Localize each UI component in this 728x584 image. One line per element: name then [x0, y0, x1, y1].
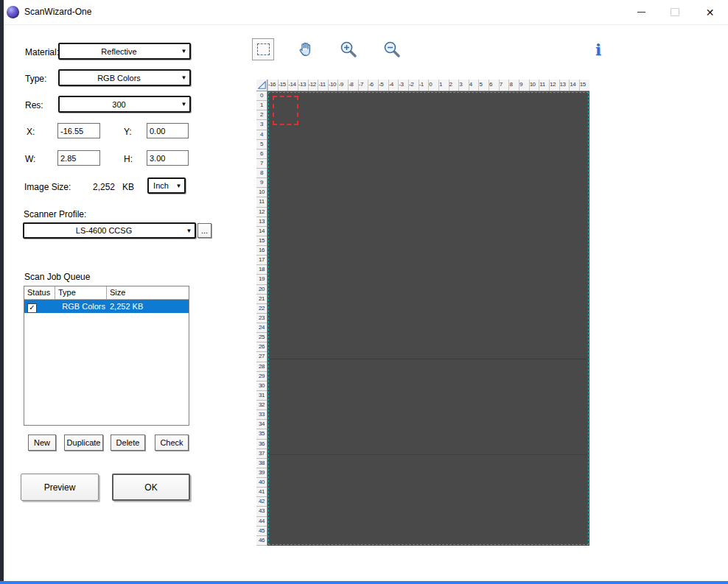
x-field[interactable] — [57, 123, 100, 138]
ok-button[interactable]: OK — [112, 474, 190, 501]
h-ruler-mark: -6 — [368, 80, 378, 91]
scanwizard-window: { "window": { "title": "ScanWizard-One" … — [0, 0, 728, 584]
h-ruler-mark: 10 — [529, 80, 539, 91]
chevron-down-icon: ▼ — [173, 183, 184, 189]
close-button[interactable]: ✕ — [692, 0, 728, 24]
v-ruler-mark: 19 — [256, 275, 267, 284]
preview-button[interactable]: Preview — [21, 474, 99, 501]
v-ruler-mark: 41 — [256, 488, 267, 497]
v-ruler-mark: 0 — [256, 91, 267, 101]
duplicate-button[interactable]: Duplicate — [64, 435, 103, 451]
image-size-label: Image Size: — [24, 182, 71, 192]
h-ruler-mark: 14 — [569, 80, 579, 91]
scanner-profile-dropdown[interactable]: LS-4600 CCSG ▼ — [23, 222, 196, 239]
v-ruler-mark: 25 — [256, 333, 267, 342]
new-button[interactable]: New — [28, 435, 56, 451]
column-header-type[interactable]: Type — [55, 286, 107, 299]
v-ruler-mark: 16 — [256, 246, 267, 256]
v-ruler-mark: 39 — [256, 468, 267, 478]
job-status-cell: ✓ — [24, 300, 55, 313]
h-ruler-mark: 12 — [549, 80, 559, 91]
v-ruler-mark: 22 — [256, 304, 267, 314]
zoom-in-tool-button[interactable] — [337, 38, 360, 60]
material-value: Reflective — [60, 47, 178, 56]
delete-button[interactable]: Delete — [111, 435, 145, 451]
v-ruler-mark: 24 — [256, 323, 267, 333]
zoom-out-tool-button[interactable] — [381, 38, 403, 60]
check-button[interactable]: Check — [155, 435, 189, 451]
h-ruler-mark: 5 — [478, 80, 489, 91]
minimize-button[interactable] — [624, 0, 658, 24]
v-ruler-mark: 45 — [256, 527, 267, 536]
v-ruler-mark: 43 — [256, 507, 267, 516]
res-dropdown[interactable]: 300 ▼ — [58, 96, 191, 113]
pan-tool-button[interactable] — [295, 38, 317, 60]
scanner-profile-label: Scanner Profile: — [24, 209, 86, 219]
v-ruler-mark: 33 — [256, 410, 267, 420]
v-ruler-mark: 38 — [256, 459, 267, 468]
zoom-out-icon — [382, 40, 402, 59]
v-ruler-mark: 30 — [256, 381, 267, 391]
column-header-size[interactable]: Size — [107, 286, 189, 299]
scan-bounds-border — [268, 92, 589, 545]
v-ruler-mark: 35 — [256, 429, 267, 439]
job-status-checkbox[interactable]: ✓ — [27, 303, 37, 313]
w-field[interactable] — [57, 150, 100, 166]
hand-icon — [297, 41, 315, 58]
info-icon: i — [595, 42, 601, 57]
v-ruler-mark: 9 — [256, 178, 267, 188]
selection-marquee[interactable] — [273, 96, 298, 125]
chevron-down-icon: ▼ — [178, 74, 189, 81]
v-ruler-mark: 12 — [256, 208, 267, 217]
browse-profile-button[interactable]: ... — [197, 223, 211, 238]
image-size-unit: KB — [122, 182, 134, 192]
job-queue-rows: ✓RGB Colors2,252 KB — [24, 300, 189, 313]
v-ruler-mark: 31 — [256, 391, 267, 401]
unit-dropdown[interactable]: Inch ▼ — [147, 177, 186, 194]
type-value: RGB Colors — [60, 74, 178, 82]
v-ruler-mark: 28 — [256, 362, 267, 372]
v-ruler-mark: 2 — [256, 110, 267, 120]
h-ruler-mark: 6 — [489, 80, 499, 91]
left-edge-strip — [0, 0, 4, 581]
info-button[interactable]: i — [587, 38, 609, 60]
material-dropdown[interactable]: Reflective ▼ — [58, 43, 191, 60]
v-ruler-mark: 29 — [256, 372, 267, 381]
job-queue-header: Status Type Size — [24, 286, 189, 300]
h-ruler-mark: -8 — [348, 80, 358, 91]
v-ruler-mark: 4 — [256, 130, 267, 140]
maximize-button[interactable] — [658, 0, 692, 24]
v-ruler-mark: 6 — [256, 149, 267, 159]
horizontal-ruler: -16-15-14-13-12-11-10-9-8-7-6-5-4-3-2-10… — [267, 80, 589, 91]
h-field[interactable] — [147, 150, 189, 166]
chevron-down-icon: ▼ — [178, 101, 189, 108]
h-ruler-mark: 7 — [499, 80, 509, 91]
v-ruler-mark: 15 — [256, 236, 267, 246]
scanner-profile-value: LS-4600 CCSG — [24, 226, 183, 235]
h-ruler-mark: -12 — [308, 80, 318, 91]
y-field[interactable] — [147, 123, 189, 138]
res-label: Res: — [25, 100, 43, 110]
selection-tool-button[interactable] — [252, 38, 274, 60]
material-label: Material: — [25, 47, 59, 57]
h-ruler-mark: 15 — [579, 80, 589, 91]
scan-preview-area[interactable] — [267, 91, 589, 546]
h-ruler-mark: -9 — [337, 80, 348, 91]
scan-job-queue-label: Scan Job Queue — [24, 272, 90, 282]
close-icon: ✕ — [706, 7, 715, 18]
v-ruler-mark: 42 — [256, 497, 267, 507]
y-label: Y: — [124, 127, 132, 137]
type-dropdown[interactable]: RGB Colors ▼ — [58, 69, 191, 86]
job-type-cell: RGB Colors — [55, 302, 107, 311]
image-size-value: 2,252 — [91, 182, 115, 192]
ruler-corner — [256, 80, 267, 91]
titlebar: ScanWizard-One ✕ — [0, 0, 728, 25]
v-ruler-mark: 8 — [256, 169, 267, 178]
v-ruler-mark: 10 — [256, 188, 267, 197]
vertical-ruler: 0123456789101112131415161718192021222324… — [256, 91, 267, 546]
h-ruler-mark: -5 — [378, 80, 388, 91]
bottom-edge-strip — [0, 581, 728, 584]
job-size-cell: 2,252 KB — [107, 302, 189, 311]
job-queue-row[interactable]: ✓RGB Colors2,252 KB — [24, 300, 189, 313]
column-header-status[interactable]: Status — [24, 286, 55, 299]
